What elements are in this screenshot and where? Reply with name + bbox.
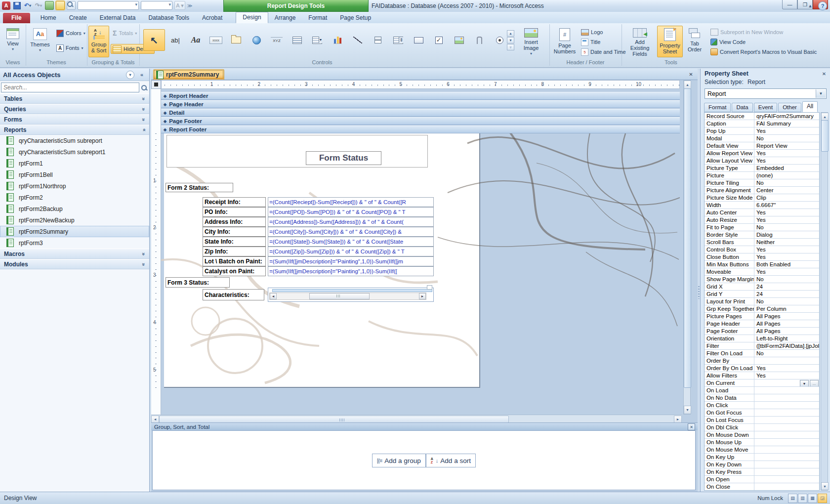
colors-button[interactable]: Colors▾ — [54, 28, 87, 38]
property-value[interactable]: No — [754, 350, 819, 357]
text-box-control-icon[interactable]: ab| — [166, 31, 185, 49]
section-bar-report-header[interactable]: ◆Report Header — [161, 92, 680, 100]
property-value[interactable]: Yes — [754, 150, 819, 157]
property-tab-all[interactable]: All — [802, 101, 818, 112]
characteristics-subreport[interactable]: ◄ ► — [268, 288, 434, 302]
search-input[interactable]: Search... — [1, 83, 139, 92]
form3-status-label[interactable]: Form 3 Status: — [166, 277, 230, 288]
property-value[interactable] — [754, 446, 819, 454]
nav-item-rptform3[interactable]: rptForm3 — [0, 237, 149, 249]
controls-scroll-down-icon[interactable]: ▼ — [507, 37, 514, 43]
report-image-frame[interactable] — [166, 135, 428, 168]
property-value[interactable] — [754, 468, 819, 476]
section-bar-page-header[interactable]: ◆Page Header — [161, 100, 680, 108]
property-value[interactable] — [754, 417, 819, 424]
field-expression-3[interactable]: =(Count([Address])-Sum([Address])) & " o… — [268, 217, 434, 227]
nav-section-modules[interactable]: Modules» — [0, 259, 149, 269]
scroll-up-icon[interactable]: ▲ — [684, 81, 691, 89]
list-box-control-icon[interactable] — [388, 31, 408, 49]
property-value[interactable]: No — [754, 179, 819, 187]
print-preview-button[interactable] — [67, 1, 76, 10]
property-value[interactable]: 24 — [754, 291, 819, 298]
field-expression-7[interactable]: =(Sum(IIf([jmDescription]="Painting",1,0… — [268, 256, 434, 266]
design-view-button[interactable]: ◲ — [818, 494, 827, 503]
property-scroll-thumb[interactable] — [821, 120, 829, 152]
document-tab[interactable]: rptForm2Summary — [153, 69, 224, 80]
property-value[interactable] — [754, 476, 819, 483]
controls-more-icon[interactable]: ▿ — [507, 44, 514, 50]
property-value[interactable]: ▼… — [754, 379, 819, 387]
ribbon-tab-page-setup[interactable]: Page Setup — [333, 13, 377, 23]
property-value[interactable]: Yes — [754, 127, 819, 135]
property-value[interactable] — [754, 461, 819, 468]
property-value[interactable]: No — [754, 298, 819, 305]
combo-box-control-icon[interactable] — [307, 31, 327, 49]
property-value[interactable]: Yes — [754, 365, 819, 372]
redo-button[interactable]: ↷▾ — [34, 1, 43, 10]
field-expression-6[interactable]: =(Count([Zip])-Sum([Zip])) & " of " & Co… — [268, 247, 434, 256]
ribbon-tab-create[interactable]: Create — [63, 13, 93, 23]
title-button[interactable]: Title — [579, 37, 602, 47]
field-label-6[interactable]: Zip Info: — [203, 247, 266, 256]
nav-item-qrycharacteristicsum-subreport1[interactable]: qryCharacteristicSum subreport1 — [0, 146, 149, 158]
rectangle-control-icon[interactable] — [409, 31, 428, 49]
totals-button[interactable]: Σ Totals▾ — [111, 28, 139, 38]
document-close-icon[interactable]: ✕ — [687, 71, 695, 78]
field-expression-1[interactable]: =(Count([Reciept])-Sum([Reciept])) & " o… — [268, 197, 434, 207]
save-button[interactable] — [12, 1, 21, 10]
property-sheet-button[interactable]: Property Sheet — [657, 26, 683, 57]
field-expression-4[interactable]: =(Count([City])-Sum([City])) & " of " & … — [268, 227, 434, 237]
line-control-icon[interactable] — [348, 31, 368, 49]
ribbon-tab-external-data[interactable]: External Data — [93, 13, 142, 23]
property-value[interactable] — [754, 402, 819, 409]
report-selector[interactable] — [151, 80, 161, 89]
nav-section-reports[interactable]: Reports» — [0, 125, 149, 135]
property-value[interactable]: All Pages — [754, 320, 819, 328]
horizontal-ruler[interactable]: 1234567891011 — [161, 80, 680, 89]
design-view-button[interactable] — [56, 1, 65, 10]
horizontal-scroll-thumb[interactable] — [159, 416, 509, 423]
property-tab-data[interactable]: Data — [732, 103, 752, 112]
canvas-horizontal-scrollbar[interactable]: ◄ ► — [151, 415, 682, 422]
field-label-5[interactable]: State Info: — [203, 237, 266, 247]
object-selector[interactable]: Report ▼ — [705, 88, 827, 99]
nav-pane-header[interactable]: All Access Objects ▾ « — [0, 69, 149, 81]
add-existing-fields-button[interactable]: Add Existing Fields — [624, 26, 655, 57]
section-bar-page-footer[interactable]: ◆Page Footer — [161, 117, 680, 125]
insert-image-button[interactable]: Insert Image ▾ — [518, 26, 544, 57]
property-value[interactable]: Per Column — [754, 305, 819, 313]
report-title-label[interactable]: Form Status — [306, 151, 381, 165]
property-tab-event[interactable]: Event — [754, 103, 777, 112]
property-value[interactable] — [754, 394, 819, 402]
vertical-scroll-thumb[interactable] — [684, 88, 691, 388]
datasheet-view-button[interactable] — [45, 1, 54, 10]
button-control-icon[interactable]: xxxx — [206, 31, 226, 49]
field-label-2[interactable]: PO Info: — [203, 207, 266, 217]
option-button-control-icon[interactable] — [490, 31, 509, 49]
property-tab-format[interactable]: Format — [704, 103, 731, 112]
property-value[interactable]: Yes — [754, 216, 819, 224]
attachment-control-icon[interactable] — [469, 31, 489, 49]
nav-shutter-icon[interactable]: « — [137, 71, 146, 79]
label-control-icon[interactable]: Aa — [186, 31, 206, 49]
ribbon-tab-acrobat[interactable]: Acrobat — [196, 13, 229, 23]
add-group-button[interactable]: [(≡ Add a group — [372, 454, 426, 467]
section-bar-report-footer[interactable]: ◆Report Footer — [161, 126, 680, 133]
layout-view-button[interactable]: ▦ — [808, 494, 817, 503]
qat-combo-2[interactable] — [141, 1, 172, 10]
convert-macros-button[interactable]: Convert Report's Macros to Visual Basic — [708, 47, 819, 57]
property-value[interactable]: Yes — [754, 157, 819, 165]
ribbon-tab-format[interactable]: Format — [302, 13, 333, 23]
print-preview-button[interactable]: ▥ — [798, 494, 807, 503]
property-value[interactable]: Center — [754, 187, 819, 194]
hyperlink-control-icon[interactable] — [247, 31, 266, 49]
subreport-horizontal-scrollbar[interactable]: ◄ ► — [269, 293, 426, 300]
property-value[interactable]: Neither — [754, 239, 819, 246]
property-value[interactable]: Embedded — [754, 165, 819, 172]
report-view-button[interactable]: ▤ — [788, 494, 797, 503]
undo-button[interactable]: ↶▾ — [23, 1, 32, 10]
property-value[interactable]: No — [754, 135, 819, 142]
property-sheet-close-icon[interactable]: ✕ — [821, 70, 828, 77]
ribbon-tab-file[interactable]: File — [3, 13, 30, 23]
field-label-1[interactable]: Receipt Info: — [203, 197, 266, 207]
